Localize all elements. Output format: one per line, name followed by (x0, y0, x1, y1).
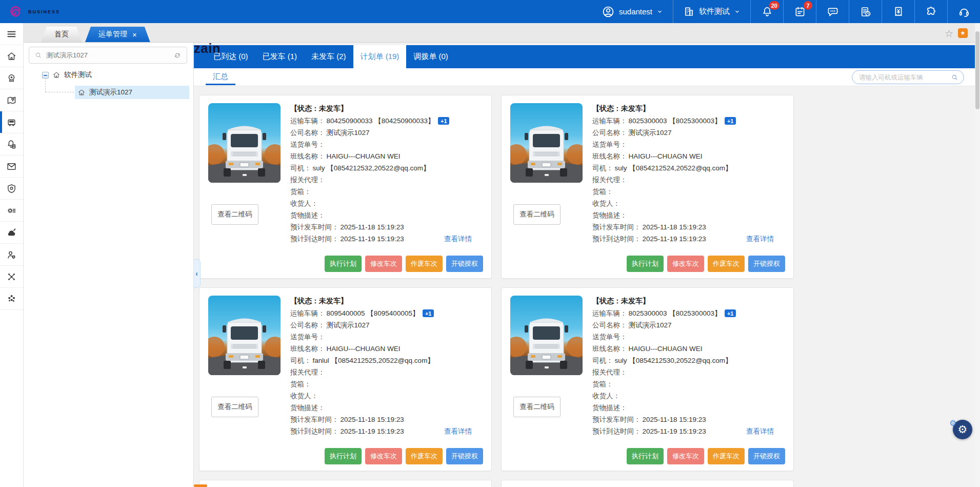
tab-summary[interactable]: 汇总 (213, 72, 228, 82)
void-trip-button[interactable]: 作废车次 (406, 448, 443, 464)
plus-count-badge[interactable]: +1 (423, 309, 434, 317)
truck-photo (208, 103, 281, 183)
view-qrcode-button[interactable]: 查看二维码 (513, 204, 561, 225)
execute-plan-button[interactable]: 执行计划 (325, 448, 362, 464)
modify-trip-button[interactable]: 修改车次 (667, 256, 704, 272)
status-tab-2[interactable]: 已发车 (1) (255, 45, 305, 68)
plan-card-info: 【状态：未发车】运输车辆：8095400005 【8095400005】+1公司… (290, 295, 484, 437)
sidebar-item-network[interactable] (0, 266, 23, 288)
settings-fab[interactable]: ⚙ ⚙ (953, 420, 972, 439)
horizontal-scrollbar-thumb[interactable] (194, 484, 207, 487)
user-menu[interactable]: sudantest (592, 0, 673, 23)
void-trip-button[interactable]: 作废车次 (406, 256, 443, 272)
sidebar-item-bell-doc[interactable] (0, 133, 23, 155)
tree-node-child-selected[interactable]: 测试演示1027 (75, 86, 189, 99)
field-value: 2025-11-19 15:19:23 (341, 235, 404, 243)
modify-trip-button[interactable]: 修改车次 (365, 256, 402, 272)
org-name: 软件测试 (699, 7, 730, 16)
favorite-star-icon[interactable]: ☆ (945, 28, 953, 40)
unlock-auth-button[interactable]: 开锁授权 (446, 448, 483, 464)
plus-count-badge[interactable]: +1 (725, 309, 736, 317)
search-icon[interactable] (951, 73, 958, 81)
sidebar-item-menu[interactable] (0, 23, 23, 45)
void-trip-button[interactable]: 作废车次 (708, 448, 745, 464)
tree-search-input[interactable] (46, 51, 169, 59)
sidebar-item-home[interactable] (0, 45, 23, 67)
logo-subtext: BUSINESS (28, 9, 60, 14)
chevron-down-icon (656, 8, 663, 15)
headset-button[interactable] (947, 0, 980, 23)
field-label: 报关代理： (592, 368, 627, 377)
field-depart-time: 预计发车时间：2025-11-18 15:19:23 (592, 414, 786, 425)
field-label: 公司名称： (592, 128, 627, 138)
field-label: 送货单号： (290, 333, 325, 342)
network-icon (6, 271, 17, 282)
sidebar-item-shield[interactable] (0, 178, 23, 200)
modify-trip-button[interactable]: 修改车次 (365, 448, 402, 464)
view-detail-link[interactable]: 查看详情 (444, 233, 472, 245)
execute-plan-button[interactable]: 执行计划 (325, 256, 362, 272)
receipt-yen-button[interactable] (882, 0, 914, 23)
view-qrcode-button[interactable]: 查看二维码 (211, 204, 258, 225)
tab-close-icon[interactable]: × (132, 31, 137, 38)
truck-photo (510, 103, 583, 183)
collapse-tree-handle[interactable]: ‹ (193, 259, 201, 288)
view-detail-link[interactable]: 查看详情 (444, 425, 472, 437)
chat-button[interactable] (816, 0, 849, 23)
unlock-auth-button[interactable]: 开锁授权 (748, 448, 785, 464)
plus-count-badge[interactable]: +1 (725, 117, 736, 125)
view-detail-link[interactable]: 查看详情 (746, 233, 774, 245)
clipboard-clock-icon (859, 6, 872, 18)
void-trip-button[interactable]: 作废车次 (708, 256, 745, 272)
page-tab-2[interactable]: 运单管理× (85, 27, 150, 42)
field-label: 预计发车时间： (592, 415, 641, 424)
sidebar-item-webcam[interactable] (0, 67, 23, 89)
sidebar-item-map-pin[interactable] (0, 89, 23, 111)
field-driver: 司机：suly 【0854212532,20522@qq.com】 (290, 162, 484, 174)
sidebar-item-gear-list[interactable] (0, 200, 23, 222)
modify-trip-button[interactable]: 修改车次 (667, 448, 704, 464)
status-tab-4[interactable]: 计划单 (19) (353, 45, 407, 68)
view-qrcode-button[interactable]: 查看二维码 (211, 397, 258, 417)
vertical-scrollbar[interactable] (975, 23, 980, 487)
bell-button[interactable]: 20 (750, 0, 783, 23)
receipt-yen-icon (892, 6, 905, 18)
sidebar-item-person-gear[interactable] (0, 244, 23, 266)
sidebar-item-envelope[interactable] (0, 155, 23, 178)
plus-count-badge[interactable]: +1 (438, 117, 449, 125)
driver-vehicle-search-input[interactable] (859, 74, 951, 81)
clipboard-clock-button[interactable] (849, 0, 882, 23)
field-label: 运输车辆： (290, 309, 325, 318)
calendar-button[interactable]: 7 (783, 0, 816, 23)
view-detail-link[interactable]: 查看详情 (746, 425, 774, 437)
page-tab-1[interactable]: 首页 (41, 27, 82, 42)
vertical-scrollbar-thumb[interactable] (975, 31, 979, 109)
driver-vehicle-search (852, 70, 964, 84)
field-label: 货物描述： (290, 211, 325, 220)
field-label: 送货单号： (592, 333, 627, 342)
status-tab-3[interactable]: 未发车 (2) (304, 45, 353, 68)
tree-collapse-box[interactable] (42, 72, 49, 79)
execute-plan-button[interactable]: 执行计划 (627, 256, 664, 272)
tree-node-root[interactable]: 软件测试 (42, 70, 92, 80)
home-icon (52, 71, 61, 79)
sidebar-item-cluster[interactable] (0, 288, 23, 310)
card-status: 【状态：未发车】 (290, 295, 484, 307)
field-value: 测试演示1027 (327, 321, 370, 330)
bookmark-orange-icon[interactable]: ★ (958, 28, 968, 38)
puzzle-icon (925, 6, 937, 18)
view-qrcode-button[interactable]: 查看二维码 (513, 397, 561, 417)
cluster-icon (6, 294, 17, 304)
unlock-auth-button[interactable]: 开锁授权 (446, 256, 483, 272)
puzzle-button[interactable] (914, 0, 947, 23)
unlock-auth-button[interactable]: 开锁授权 (748, 256, 785, 272)
field-cargo-desc: 货物描述： (290, 209, 484, 221)
refresh-icon[interactable] (173, 51, 182, 60)
main-area: 已到达 (0)已发车 (1)未发车 (2)计划单 (19)调拨单 (0) 汇总 … (194, 43, 975, 487)
card-status: 【状态：未发车】 (290, 103, 484, 115)
execute-plan-button[interactable]: 执行计划 (627, 448, 664, 464)
status-tab-5[interactable]: 调拨单 (0) (406, 45, 455, 68)
sidebar-item-truck[interactable] (0, 111, 23, 133)
sidebar-item-cloud-signal[interactable] (0, 222, 23, 244)
org-menu[interactable]: 软件测试 (673, 0, 750, 23)
